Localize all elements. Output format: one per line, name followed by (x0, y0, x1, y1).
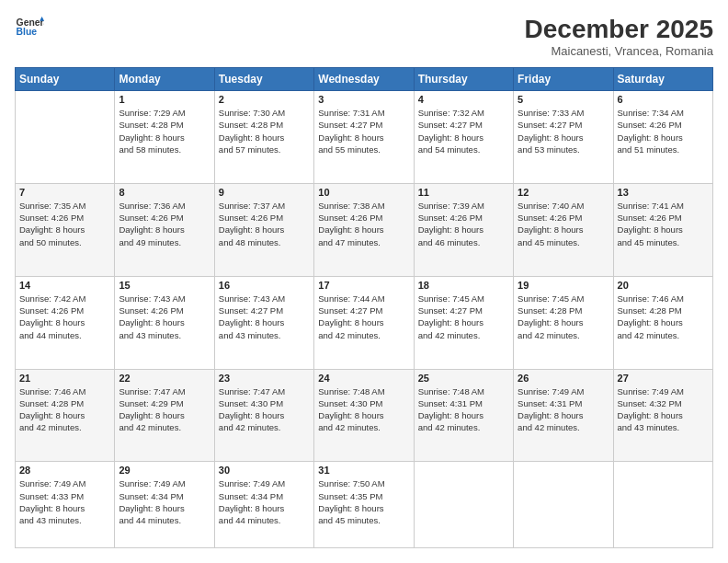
calendar-table: SundayMondayTuesdayWednesdayThursdayFrid… (15, 67, 713, 548)
weekday-header-tuesday: Tuesday (214, 68, 313, 91)
day-number: 12 (518, 187, 609, 198)
day-cell: 30Sunrise: 7:49 AM Sunset: 4:34 PM Dayli… (214, 462, 313, 548)
weekday-header-sunday: Sunday (16, 68, 115, 91)
month-title: December 2025 (525, 15, 713, 44)
day-cell: 18Sunrise: 7:45 AM Sunset: 4:27 PM Dayli… (414, 276, 513, 369)
day-number: 29 (119, 465, 210, 476)
day-cell: 13Sunrise: 7:41 AM Sunset: 4:26 PM Dayli… (613, 183, 712, 276)
day-info: Sunrise: 7:33 AM Sunset: 4:27 PM Dayligh… (518, 107, 609, 155)
day-number: 28 (19, 465, 110, 476)
day-cell: 16Sunrise: 7:43 AM Sunset: 4:27 PM Dayli… (214, 276, 313, 369)
day-number: 4 (418, 94, 509, 105)
svg-text:General: General (17, 17, 44, 28)
day-cell: 19Sunrise: 7:45 AM Sunset: 4:28 PM Dayli… (514, 276, 613, 369)
day-info: Sunrise: 7:30 AM Sunset: 4:28 PM Dayligh… (219, 107, 310, 155)
day-info: Sunrise: 7:29 AM Sunset: 4:28 PM Dayligh… (119, 107, 210, 155)
day-number: 17 (318, 280, 409, 291)
day-number: 15 (119, 280, 210, 291)
day-cell: 15Sunrise: 7:43 AM Sunset: 4:26 PM Dayli… (115, 276, 214, 369)
day-cell: 5Sunrise: 7:33 AM Sunset: 4:27 PM Daylig… (514, 91, 613, 184)
day-info: Sunrise: 7:46 AM Sunset: 4:28 PM Dayligh… (618, 293, 709, 341)
day-cell: 23Sunrise: 7:47 AM Sunset: 4:30 PM Dayli… (214, 369, 313, 462)
day-number: 24 (318, 373, 409, 384)
weekday-header-monday: Monday (115, 68, 214, 91)
day-number: 19 (518, 280, 609, 291)
day-cell (613, 462, 712, 548)
day-info: Sunrise: 7:47 AM Sunset: 4:30 PM Dayligh… (219, 385, 310, 434)
day-info: Sunrise: 7:42 AM Sunset: 4:26 PM Dayligh… (19, 293, 110, 341)
day-cell (16, 91, 115, 184)
day-info: Sunrise: 7:36 AM Sunset: 4:26 PM Dayligh… (119, 200, 210, 248)
day-cell (514, 462, 613, 548)
day-info: Sunrise: 7:45 AM Sunset: 4:28 PM Dayligh… (518, 293, 609, 341)
day-cell: 27Sunrise: 7:49 AM Sunset: 4:32 PM Dayli… (613, 369, 712, 462)
logo-icon: General Blue (15, 15, 44, 40)
weekday-header-thursday: Thursday (414, 68, 513, 91)
day-info: Sunrise: 7:41 AM Sunset: 4:26 PM Dayligh… (618, 200, 709, 248)
logo: General Blue (15, 15, 44, 40)
day-cell: 17Sunrise: 7:44 AM Sunset: 4:27 PM Dayli… (314, 276, 414, 369)
week-row-3: 14Sunrise: 7:42 AM Sunset: 4:26 PM Dayli… (16, 276, 713, 369)
day-cell: 7Sunrise: 7:35 AM Sunset: 4:26 PM Daylig… (16, 183, 115, 276)
day-info: Sunrise: 7:44 AM Sunset: 4:27 PM Dayligh… (318, 293, 409, 341)
day-number: 3 (318, 94, 409, 105)
day-cell: 4Sunrise: 7:32 AM Sunset: 4:27 PM Daylig… (414, 91, 513, 184)
day-number: 21 (19, 373, 110, 384)
week-row-2: 7Sunrise: 7:35 AM Sunset: 4:26 PM Daylig… (16, 183, 713, 276)
day-info: Sunrise: 7:31 AM Sunset: 4:27 PM Dayligh… (318, 107, 409, 155)
day-info: Sunrise: 7:48 AM Sunset: 4:30 PM Dayligh… (318, 385, 409, 434)
day-number: 8 (119, 187, 210, 198)
day-number: 20 (618, 280, 709, 291)
day-number: 5 (518, 94, 609, 105)
day-cell: 25Sunrise: 7:48 AM Sunset: 4:31 PM Dayli… (414, 369, 513, 462)
day-cell: 2Sunrise: 7:30 AM Sunset: 4:28 PM Daylig… (214, 91, 313, 184)
day-info: Sunrise: 7:48 AM Sunset: 4:31 PM Dayligh… (418, 385, 509, 434)
page: General Blue December 2025 Maicanesti, V… (0, 0, 728, 563)
day-number: 14 (19, 280, 110, 291)
day-cell: 9Sunrise: 7:37 AM Sunset: 4:26 PM Daylig… (214, 183, 313, 276)
day-cell: 29Sunrise: 7:49 AM Sunset: 4:34 PM Dayli… (115, 462, 214, 548)
day-cell: 10Sunrise: 7:38 AM Sunset: 4:26 PM Dayli… (314, 183, 414, 276)
day-number: 6 (618, 94, 709, 105)
day-info: Sunrise: 7:35 AM Sunset: 4:26 PM Dayligh… (19, 200, 110, 248)
day-cell: 14Sunrise: 7:42 AM Sunset: 4:26 PM Dayli… (16, 276, 115, 369)
day-info: Sunrise: 7:49 AM Sunset: 4:33 PM Dayligh… (19, 477, 110, 526)
day-cell: 11Sunrise: 7:39 AM Sunset: 4:26 PM Dayli… (414, 183, 513, 276)
day-cell: 21Sunrise: 7:46 AM Sunset: 4:28 PM Dayli… (16, 369, 115, 462)
day-number: 22 (119, 373, 210, 384)
day-number: 23 (219, 373, 310, 384)
day-number: 10 (318, 187, 409, 198)
day-info: Sunrise: 7:47 AM Sunset: 4:29 PM Dayligh… (119, 385, 210, 434)
svg-text:Blue: Blue (17, 27, 38, 37)
title-block: December 2025 Maicanesti, Vrancea, Roman… (525, 15, 713, 58)
day-cell: 20Sunrise: 7:46 AM Sunset: 4:28 PM Dayli… (613, 276, 712, 369)
day-info: Sunrise: 7:49 AM Sunset: 4:32 PM Dayligh… (618, 385, 709, 434)
week-row-5: 28Sunrise: 7:49 AM Sunset: 4:33 PM Dayli… (16, 462, 713, 548)
day-info: Sunrise: 7:37 AM Sunset: 4:26 PM Dayligh… (219, 200, 310, 248)
day-info: Sunrise: 7:39 AM Sunset: 4:26 PM Dayligh… (418, 200, 509, 248)
day-info: Sunrise: 7:43 AM Sunset: 4:26 PM Dayligh… (119, 293, 210, 341)
week-row-1: 1Sunrise: 7:29 AM Sunset: 4:28 PM Daylig… (16, 91, 713, 184)
day-info: Sunrise: 7:38 AM Sunset: 4:26 PM Dayligh… (318, 200, 409, 248)
day-info: Sunrise: 7:49 AM Sunset: 4:31 PM Dayligh… (518, 385, 609, 434)
day-info: Sunrise: 7:50 AM Sunset: 4:35 PM Dayligh… (318, 477, 409, 526)
week-row-4: 21Sunrise: 7:46 AM Sunset: 4:28 PM Dayli… (16, 369, 713, 462)
day-cell: 1Sunrise: 7:29 AM Sunset: 4:28 PM Daylig… (115, 91, 214, 184)
day-number: 13 (618, 187, 709, 198)
day-cell: 8Sunrise: 7:36 AM Sunset: 4:26 PM Daylig… (115, 183, 214, 276)
day-info: Sunrise: 7:49 AM Sunset: 4:34 PM Dayligh… (119, 477, 210, 526)
weekday-header-wednesday: Wednesday (314, 68, 414, 91)
day-number: 1 (119, 94, 210, 105)
day-cell: 6Sunrise: 7:34 AM Sunset: 4:26 PM Daylig… (613, 91, 712, 184)
day-info: Sunrise: 7:43 AM Sunset: 4:27 PM Dayligh… (219, 293, 310, 341)
weekday-header-saturday: Saturday (613, 68, 712, 91)
day-cell: 12Sunrise: 7:40 AM Sunset: 4:26 PM Dayli… (514, 183, 613, 276)
day-number: 11 (418, 187, 509, 198)
weekday-header-friday: Friday (514, 68, 613, 91)
day-number: 18 (418, 280, 509, 291)
day-number: 7 (19, 187, 110, 198)
day-number: 31 (318, 465, 409, 476)
day-cell: 31Sunrise: 7:50 AM Sunset: 4:35 PM Dayli… (314, 462, 414, 548)
day-number: 9 (219, 187, 310, 198)
day-cell: 24Sunrise: 7:48 AM Sunset: 4:30 PM Dayli… (314, 369, 414, 462)
